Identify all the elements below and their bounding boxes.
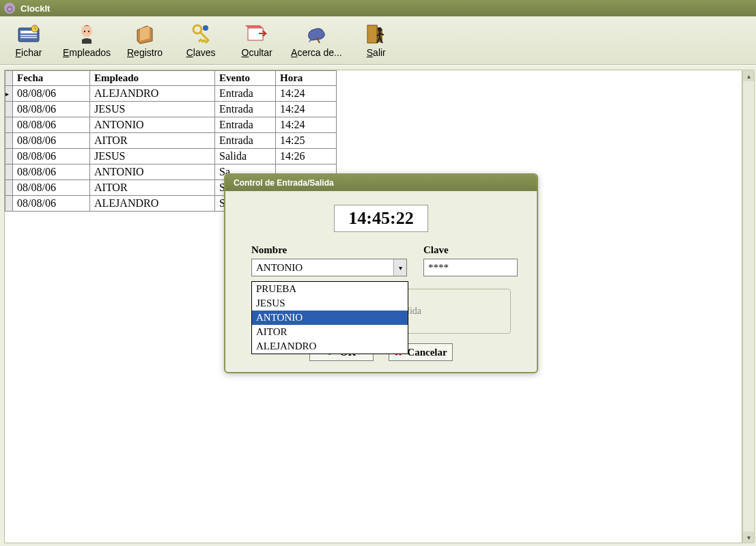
toolbar-salir[interactable]: Salir <box>354 23 398 58</box>
row-marker <box>5 180 13 196</box>
row-marker-header <box>5 71 13 86</box>
dropdown-option[interactable]: ANTONIO <box>252 311 408 325</box>
toolbar-label: Empleados <box>63 47 111 58</box>
toolbar-label: Fichar <box>16 47 42 58</box>
toolbar-claves[interactable]: Claves <box>179 23 223 58</box>
exit-icon <box>365 23 388 46</box>
dropdown-option[interactable]: PRUEBA <box>252 282 408 296</box>
cell-fecha[interactable]: 08/08/06 <box>13 86 90 102</box>
clock-display: 14:45:22 <box>334 205 428 232</box>
cell-empleado[interactable]: JESUS <box>90 102 215 117</box>
cell-empleado[interactable]: ALEJANDRO <box>90 86 215 102</box>
nombre-value: ANTONIO <box>252 262 393 274</box>
cell-fecha[interactable]: 08/08/06 <box>13 164 90 180</box>
col-evento[interactable]: Evento <box>215 71 276 86</box>
cell-hora[interactable]: 14:26 <box>276 149 337 164</box>
row-marker <box>5 133 13 149</box>
keys-icon <box>189 23 212 46</box>
employees-icon <box>75 23 98 46</box>
about-icon <box>305 23 328 46</box>
registry-icon <box>133 23 156 46</box>
toolbar-label: Acerca de... <box>291 47 342 58</box>
toolbar-empleados[interactable]: Empleados <box>63 23 111 58</box>
cell-fecha[interactable]: 08/08/06 <box>13 133 90 149</box>
title-bar: ◌ ClockIt <box>0 0 756 16</box>
app-icon: ◌ <box>4 3 15 14</box>
svg-point-12 <box>378 27 382 31</box>
toolbar-label: Claves <box>186 47 216 58</box>
scroll-down-icon[interactable]: ▾ <box>743 532 754 543</box>
toolbar-label: Registro <box>127 47 163 58</box>
window-title: ClockIt <box>20 3 50 14</box>
cell-fecha[interactable]: 08/08/06 <box>13 117 90 133</box>
cancel-label: Cancelar <box>407 347 447 358</box>
cell-evento[interactable]: Entrada <box>215 117 276 133</box>
toolbar-label: Salir <box>367 47 386 58</box>
svg-point-6 <box>84 31 85 32</box>
col-hora[interactable]: Hora <box>276 71 337 86</box>
chevron-down-icon[interactable]: ▾ <box>393 259 406 276</box>
dropdown-option[interactable]: AITOR <box>252 325 408 339</box>
svg-rect-3 <box>20 37 37 38</box>
time-card-icon <box>17 23 40 46</box>
svg-rect-11 <box>367 25 377 43</box>
nombre-label: Nombre <box>251 244 407 256</box>
nombre-combo[interactable]: ANTONIO ▾ <box>251 259 407 276</box>
cell-empleado[interactable]: JESUS <box>90 149 215 164</box>
cell-hora[interactable]: 14:24 <box>276 102 337 117</box>
cell-hora[interactable]: 14:25 <box>276 133 337 149</box>
col-empleado[interactable]: Empleado <box>90 71 215 86</box>
scroll-up-icon[interactable]: ▴ <box>743 70 754 81</box>
row-marker: ▸ <box>5 86 13 102</box>
svg-rect-2 <box>20 35 37 36</box>
col-fecha[interactable]: Fecha <box>13 71 90 86</box>
table-row[interactable]: 08/08/06JESUSSalida14:26 <box>5 149 337 164</box>
svg-point-5 <box>81 26 92 37</box>
cell-empleado[interactable]: ALEJANDRO <box>90 196 215 212</box>
cell-fecha[interactable]: 08/08/06 <box>13 196 90 212</box>
toolbar-registro[interactable]: Registro <box>123 23 167 58</box>
cell-empleado[interactable]: AITOR <box>90 133 215 149</box>
nombre-dropdown[interactable]: PRUEBAJESUSANTONIOAITORALEJANDRO <box>251 281 408 354</box>
table-row[interactable]: 08/08/06AITOREntrada14:25 <box>5 133 337 149</box>
vertical-scrollbar[interactable]: ▴ ▾ <box>742 70 755 543</box>
cell-empleado[interactable]: AITOR <box>90 180 215 196</box>
cell-evento[interactable]: Entrada <box>215 102 276 117</box>
cell-fecha[interactable]: 08/08/06 <box>13 102 90 117</box>
table-row[interactable]: 08/08/06JESUSEntrada14:24 <box>5 102 337 117</box>
svg-point-9 <box>203 25 208 31</box>
svg-point-7 <box>88 31 89 32</box>
clave-value: **** <box>428 262 449 274</box>
cell-empleado[interactable]: ANTONIO <box>90 164 215 180</box>
cell-fecha[interactable]: 08/08/06 <box>13 149 90 164</box>
cell-hora[interactable]: 14:24 <box>276 117 337 133</box>
cell-evento[interactable]: Entrada <box>215 133 276 149</box>
clave-label: Clave <box>423 244 518 256</box>
toolbar-ocultar[interactable]: Ocultar <box>235 23 279 58</box>
toolbar-fichar[interactable]: Fichar <box>7 23 51 58</box>
dropdown-option[interactable]: JESUS <box>252 296 408 311</box>
row-marker <box>5 102 13 117</box>
cell-evento[interactable]: Entrada <box>215 86 276 102</box>
row-marker <box>5 149 13 164</box>
cell-fecha[interactable]: 08/08/06 <box>13 180 90 196</box>
hidden-action-text: lida <box>407 306 421 317</box>
toolbar: Fichar Empleados Registro <box>0 16 756 65</box>
cell-hora[interactable]: 14:24 <box>276 86 337 102</box>
clock-dialog: Control de Entrada/Salida 14:45:22 Nombr… <box>224 173 538 373</box>
toolbar-label: Ocultar <box>241 47 272 58</box>
row-marker <box>5 164 13 180</box>
table-row[interactable]: ▸08/08/06ALEJANDROEntrada14:24 <box>5 86 337 102</box>
clave-input[interactable]: **** <box>423 259 518 276</box>
dropdown-option[interactable]: ALEJANDRO <box>252 339 408 354</box>
cell-empleado[interactable]: ANTONIO <box>90 117 215 133</box>
hide-icon <box>245 23 268 46</box>
cell-evento[interactable]: Salida <box>215 149 276 164</box>
row-marker <box>5 196 13 212</box>
toolbar-acerca[interactable]: Acerca de... <box>291 23 342 58</box>
table-row[interactable]: 08/08/06ANTONIOEntrada14:24 <box>5 117 337 133</box>
row-marker <box>5 117 13 133</box>
dialog-title[interactable]: Control de Entrada/Salida <box>225 175 537 191</box>
